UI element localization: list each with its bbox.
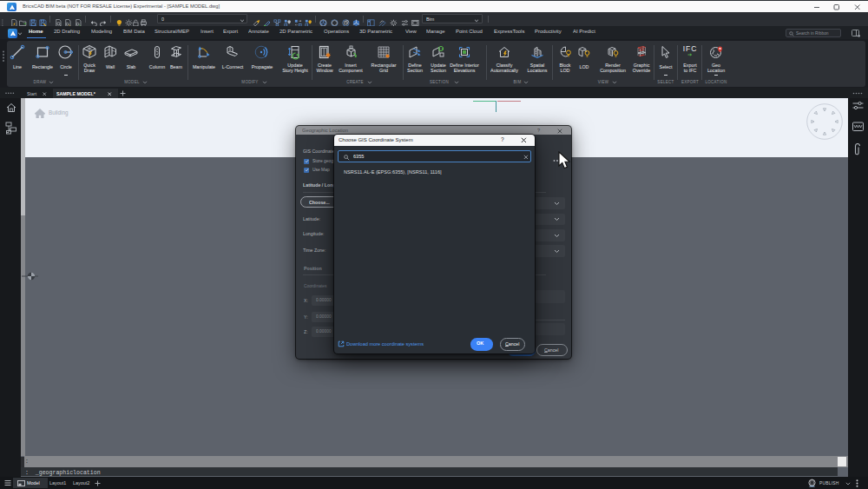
svg-text:IFC: IFC bbox=[682, 44, 697, 53]
